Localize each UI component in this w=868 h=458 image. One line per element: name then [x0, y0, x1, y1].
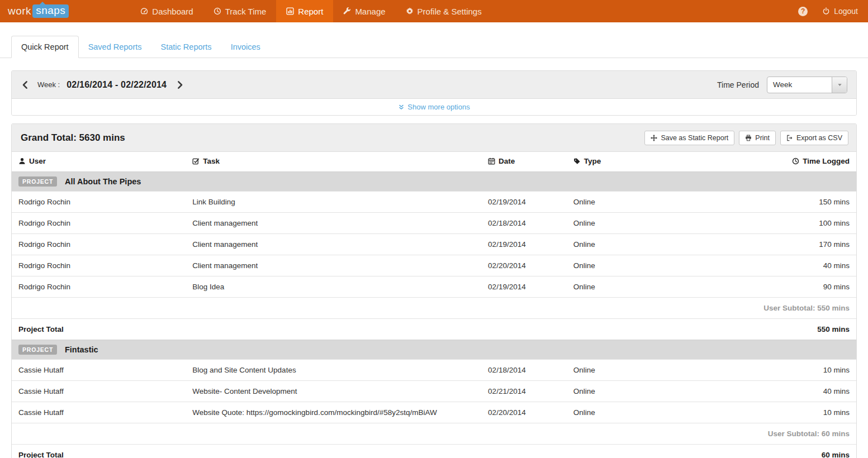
project-total-label: Project Total [12, 445, 645, 458]
cell-date: 02/18/2014 [481, 213, 567, 234]
report-table: User Task Date Type Time Logged PROJECT … [12, 152, 856, 458]
export-icon [786, 135, 793, 141]
tab-quick-report[interactable]: Quick Report [11, 36, 79, 58]
worksnaps-logo[interactable]: work snaps [0, 0, 77, 22]
time-period-select[interactable]: Week [767, 77, 847, 93]
project-header-row: PROJECT All About The Pipes [12, 172, 856, 192]
cell-task: Client management [186, 255, 481, 276]
project-total-row: Project Total 60 mins [12, 445, 856, 458]
column-header-row: User Task Date Type Time Logged [12, 152, 856, 172]
cell-time: 170 mins [645, 234, 856, 255]
time-period-group: Time Period Week [717, 77, 847, 93]
project-badge: PROJECT [18, 345, 57, 355]
show-more-options-label: Show more options [407, 103, 469, 111]
nav-right: ? Logout [798, 0, 868, 22]
column-header-date: Date [481, 152, 567, 172]
cell-time: 40 mins [645, 381, 856, 402]
report-row: Rodrigo Rochin Blog Idea 02/19/2014 Onli… [12, 276, 856, 298]
cell-time: 10 mins [645, 360, 856, 381]
chevron-left-icon [21, 80, 30, 89]
cell-time: 150 mins [645, 192, 856, 213]
period-header: Week : 02/16/2014 - 02/22/2014 Time Peri… [12, 71, 856, 99]
cell-date: 02/18/2014 [481, 360, 567, 381]
dropdown-caret-button[interactable] [832, 77, 847, 93]
tag-icon [573, 158, 581, 165]
help-icon[interactable]: ? [798, 7, 808, 16]
cell-time: 100 mins [645, 213, 856, 234]
period-panel: Week : 02/16/2014 - 02/22/2014 Time Peri… [11, 70, 857, 116]
nav-item-manage[interactable]: Manage [333, 0, 395, 22]
cell-type: Online [567, 402, 646, 423]
cell-type: Online [567, 192, 646, 213]
cell-type: Online [567, 276, 646, 298]
cell-date: 02/20/2014 [481, 255, 567, 276]
nav-item-label: Report [298, 7, 323, 16]
print-button[interactable]: Print [739, 131, 776, 145]
save-as-static-report-button[interactable]: Save as Static Report [644, 131, 734, 145]
week-label: Week : [37, 80, 60, 89]
tab-saved-reports[interactable]: Saved Reports [79, 36, 151, 58]
main-content: Week : 02/16/2014 - 02/22/2014 Time Peri… [0, 70, 868, 458]
cell-user: Rodrigo Rochin [12, 234, 186, 255]
report-row: Cassie Hutaff Website Quote: https://gom… [12, 402, 856, 423]
cell-user: Rodrigo Rochin [12, 192, 186, 213]
column-header-user: User [12, 152, 186, 172]
nav-item-report[interactable]: Report [276, 0, 333, 22]
column-header-type: Type [567, 152, 646, 172]
project-header-row: PROJECT Fintastic [12, 340, 856, 360]
tab-static-reports[interactable]: Static Reports [151, 36, 221, 58]
user-subtotal: User Subtotal: 60 mins [12, 423, 856, 445]
cell-time: 90 mins [645, 276, 856, 298]
nav-item-track-time[interactable]: Track Time [203, 0, 277, 22]
power-icon [822, 7, 830, 15]
logout-button[interactable]: Logout [822, 7, 858, 16]
bar-chart-icon [286, 7, 294, 15]
user-icon [18, 158, 26, 165]
top-nav: work snaps Dashboard Track Time Report M… [0, 0, 868, 22]
logo-text-work: work [8, 5, 31, 17]
report-row: Cassie Hutaff Website- Content Developme… [12, 381, 856, 402]
nav-item-label: Track Time [225, 7, 267, 16]
next-week-button[interactable] [176, 80, 186, 90]
cell-user: Rodrigo Rochin [12, 276, 186, 298]
cell-task: Client management [186, 213, 481, 234]
project-section: PROJECT All About The Pipes Rodrigo Roch… [12, 172, 856, 340]
project-total-label: Project Total [12, 319, 645, 340]
cell-user: Rodrigo Rochin [12, 255, 186, 276]
report-table-head: User Task Date Type Time Logged [12, 152, 856, 172]
cell-date: 02/21/2014 [481, 381, 567, 402]
print-icon [745, 135, 752, 141]
chevron-right-icon [176, 80, 184, 89]
column-header-time-logged: Time Logged [645, 152, 856, 172]
tab-invoices[interactable]: Invoices [221, 36, 270, 58]
previous-week-button[interactable] [21, 80, 31, 90]
cell-date: 02/19/2014 [481, 192, 567, 213]
caret-down-icon [837, 82, 843, 88]
gear-icon [406, 7, 414, 15]
cell-task: Link Building [186, 192, 481, 213]
user-subtotal-row: User Subtotal: 60 mins [12, 423, 856, 445]
report-header: Grand Total: 5630 mins Save as Static Re… [12, 124, 856, 152]
cell-task: Website Quote: https://gomockingbird.com… [186, 402, 481, 423]
cell-time: 10 mins [645, 402, 856, 423]
report-row: Rodrigo Rochin Link Building 02/19/2014 … [12, 192, 856, 213]
cell-date: 02/19/2014 [481, 234, 567, 255]
project-badge: PROJECT [18, 176, 57, 187]
time-period-value: Week [767, 80, 792, 89]
button-label: Print [755, 134, 770, 142]
export-as-csv-button[interactable]: Export as CSV [780, 131, 848, 145]
nav-item-profile-settings[interactable]: Profile & Settings [396, 0, 492, 22]
cell-task: Blog Idea [186, 276, 481, 298]
nav-item-label: Profile & Settings [418, 7, 482, 16]
wrench-icon [343, 7, 351, 15]
nav-item-dashboard[interactable]: Dashboard [130, 0, 203, 22]
show-more-options-link[interactable]: Show more options [398, 103, 469, 111]
more-options-row: Show more options [12, 99, 856, 115]
logo-text-snaps: snaps [32, 4, 69, 18]
report-row: Rodrigo Rochin Client management 02/20/2… [12, 255, 856, 276]
week-date-range: 02/16/2014 - 02/22/2014 [67, 80, 167, 90]
project-total-value: 60 mins [645, 445, 856, 458]
double-chevron-down-icon [398, 104, 405, 111]
logo-bubble: snaps [32, 4, 69, 18]
nav-menu: Dashboard Track Time Report Manage Profi… [130, 0, 491, 22]
